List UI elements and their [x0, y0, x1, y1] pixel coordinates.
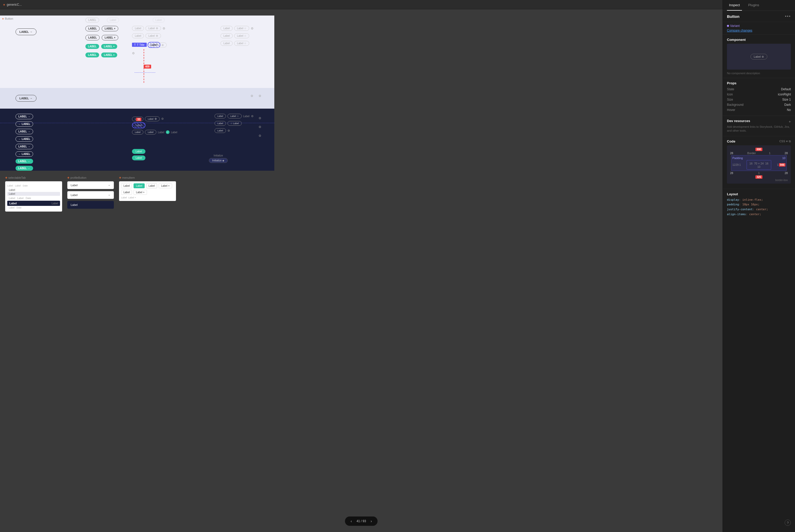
menu-chip-4[interactable]: Label + [159, 183, 172, 188]
inner-size-box: 16 70 × 24 16 10 [746, 160, 772, 170]
mid-gear-1: ⚙ [251, 94, 253, 98]
btn-row-2: LABEL LABEL + [86, 35, 118, 40]
menu-item-label: ◈ menuItem [119, 176, 176, 179]
btn-label-1[interactable]: LABEL [86, 26, 100, 31]
dark-green-pill-1[interactable]: Label [132, 149, 145, 154]
more-button[interactable]: ••• [785, 14, 791, 19]
pill-gear-row-1: Label Label ⚙ [132, 26, 165, 31]
btn-label-green-plus-1[interactable]: LABEL + [101, 44, 117, 49]
box-model: 690 28 Border 1 28 Padding 10 1229 [727, 145, 791, 184]
layout-title: Layout [727, 192, 791, 196]
menu-item-comp: ◈ menuItem Label Label Label Label + Lab… [119, 176, 176, 212]
help-button[interactable]: ? [785, 519, 791, 526]
top-bar: ◈ genericC... [0, 0, 723, 9]
btn-label-green-2[interactable]: LABEL [86, 53, 99, 57]
measure-badge-container: 409 [144, 65, 151, 69]
dark-btn-3[interactable]: LABEL → [16, 129, 33, 134]
code-format[interactable]: CSS ▾ ⧉ [779, 140, 791, 143]
btn-label-plus-1[interactable]: LABEL + [102, 26, 118, 31]
variant-link[interactable]: Variant [727, 24, 791, 28]
profile-btn-2[interactable]: Label → [67, 191, 114, 199]
btn-label-green-plus-2[interactable]: LABEL + [101, 53, 117, 57]
menu-chip-5[interactable]: Label [121, 190, 132, 195]
inner-pad-right: 16 [765, 162, 768, 165]
dark-btn-col: LABEL → ← LABEL LABEL → ← LABEL LABEL → … [16, 114, 33, 171]
btn-label-arrow[interactable]: LABEL → [16, 28, 36, 35]
copy-icon[interactable]: ⧉ [789, 140, 791, 143]
prop-size: Size Size 1 [727, 97, 791, 102]
hatch-btn[interactable]: Label [132, 122, 145, 128]
menu-chip-2[interactable]: Label [133, 183, 144, 188]
profile-btn-box: Label → Label → Label [67, 181, 114, 209]
menu-chip-3[interactable]: Label [146, 183, 157, 188]
mid-label-btn[interactable]: LABEL → [16, 95, 36, 102]
profile-btn-2-arrow: → [108, 193, 111, 196]
btn-label-green-1[interactable]: LABEL [86, 44, 99, 49]
padding-area: Padding 10 1229 1 16 70 × 24 [731, 155, 787, 171]
dark-green-pill-2[interactable]: Label [132, 155, 145, 160]
prop-size-val: Size 1 [782, 98, 791, 101]
prop-state-label: State [727, 88, 734, 91]
dark-btn-2[interactable]: ← LABEL [16, 121, 33, 127]
prop-icon-val: iconRight [778, 93, 791, 96]
initialize-label: Initialize [209, 154, 228, 157]
btn-label-plus-2[interactable]: LABEL + [102, 35, 118, 40]
tab-row-2[interactable]: Label [7, 192, 60, 196]
no-desc: No component description [727, 72, 791, 75]
add-dev-resource-btn[interactable]: + [789, 119, 791, 124]
prev-btn[interactable]: ‹ [349, 518, 353, 524]
dark-btn-5[interactable]: LABEL → [16, 144, 33, 149]
left-inner: 1 [739, 163, 741, 166]
next-btn[interactable]: › [369, 518, 373, 524]
bottom-left: 28 [729, 171, 734, 175]
menu-chip-row-1: Label Label Label Label + [121, 183, 174, 188]
dark-far-right-pills: Label Label ☆ Label ⚙ Label ☆ Label Labe… [215, 114, 254, 133]
code-line-2: padding: 10px 16px; [727, 202, 791, 207]
canvas-scroll[interactable]: ◈ Button LABEL Label Label LABEL → [0, 9, 723, 532]
dark-bottom-pill-1: Label [132, 130, 143, 134]
measure-badge-409: 409 [144, 65, 151, 69]
dark-btn-green-2[interactable]: LABEL → [16, 166, 33, 171]
dark-btn-6[interactable]: ← LABEL [16, 151, 33, 157]
profile-btn-3[interactable]: Label [67, 201, 114, 209]
dark-gear-1 [154, 117, 157, 120]
measure-badge-33: 33 [136, 118, 142, 121]
initialize-btn[interactable]: Initialize ◈ [209, 158, 228, 163]
inner-pad-bottom: 10 [750, 166, 769, 168]
dark-section: LABEL → ← LABEL LABEL → ← LABEL LABEL → … [0, 109, 274, 171]
title-overlay-container: T T Title Label Label [132, 42, 165, 48]
prop-icon-label: Icon [727, 93, 733, 96]
gear-far-1: ⚙ [251, 27, 254, 30]
profile-btn-1[interactable]: Label → [67, 181, 114, 189]
active-tab-item[interactable]: Label Label [7, 201, 60, 206]
title-t-icon: T [134, 43, 136, 46]
pill-star-row-3: Label Label ☆ [221, 41, 254, 46]
label-pill-gear-col: Label Label ⚙ Label Label T T Title [132, 26, 165, 55]
check-badge: ✓ [166, 130, 169, 134]
component-section-title: Component [727, 38, 791, 42]
dark-btn-1[interactable]: LABEL → [16, 114, 33, 119]
bottom-center: 1 [758, 171, 760, 175]
tab-row-1[interactable]: Label [7, 188, 60, 192]
code-line-3: justify-content: center; [727, 207, 791, 212]
pill-star-row-1: Label Label ☆ ⚙ [221, 26, 254, 31]
tab-plugins[interactable]: Plugins [746, 0, 761, 11]
far-pill-4: Label ☆ [234, 33, 249, 38]
dp-gear-2: ⚙ [227, 129, 230, 132]
tab-inspect[interactable]: Inspect [727, 0, 742, 11]
tab-label-col-1: Label [7, 185, 13, 187]
compare-changes-link[interactable]: Compare changes [727, 29, 752, 32]
code-header: Code CSS ▾ ⧉ [727, 139, 791, 143]
border-label: Border [747, 152, 756, 155]
dark-btn-4[interactable]: ← LABEL [16, 136, 33, 142]
menu-chip-6[interactable]: Label + [133, 190, 147, 195]
border-row-top: 28 Border 1 28 [729, 152, 789, 155]
variant-dot [727, 25, 729, 27]
menu-chip-1[interactable]: Label [121, 183, 132, 188]
dark-btn-green-1[interactable]: LABEL → [16, 159, 33, 164]
menu-label-bottom-2: Label + [128, 196, 136, 199]
dev-resources-header: Dev resources + [727, 119, 791, 124]
btn-label-2[interactable]: LABEL [86, 35, 100, 40]
bottom-badge: 325 [755, 175, 762, 179]
tab-label-col-2: Label [15, 185, 21, 187]
